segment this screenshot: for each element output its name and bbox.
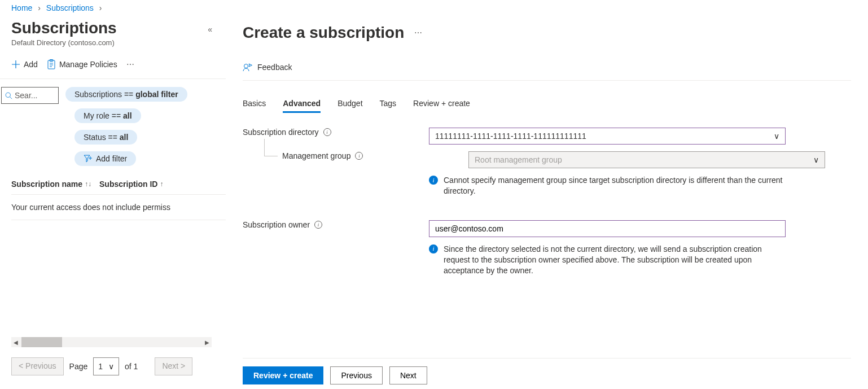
sort-icon: ↑↓ <box>85 180 91 188</box>
subscription-directory-select[interactable]: 11111111-1111-1111-1111-111111111111 ∨ <box>429 128 786 145</box>
pill-value: global filter <box>135 90 178 99</box>
info-blue-icon: i <box>429 176 438 185</box>
pill-prefix: Status == <box>84 133 120 142</box>
empty-state-text: Your current access does not include per… <box>11 195 226 220</box>
add-label: Add <box>24 60 38 69</box>
select-placeholder: Root management group <box>475 155 562 164</box>
column-label: Subscription name <box>11 180 82 189</box>
svg-point-2 <box>6 93 10 97</box>
page-title: Subscriptions <box>11 19 117 37</box>
feedback-label: Feedback <box>257 63 292 72</box>
info-blue-icon: i <box>429 244 438 253</box>
search-placeholder: Sear... <box>15 91 37 100</box>
pill-prefix: Subscriptions == <box>74 90 135 99</box>
tab-review-create[interactable]: Review + create <box>413 95 470 113</box>
management-group-select: Root management group ∨ <box>468 151 825 168</box>
more-icon[interactable]: ⋯ <box>414 28 423 37</box>
chevron-right-icon: › <box>38 3 41 12</box>
next-page-button[interactable]: Next > <box>155 357 192 375</box>
page-value: 1 <box>98 362 103 371</box>
main-title: Create a subscription <box>243 24 404 42</box>
next-button[interactable]: Next <box>389 366 427 384</box>
subscription-owner-input[interactable] <box>429 220 786 237</box>
scroll-thumb[interactable] <box>21 337 62 347</box>
page-label: Page <box>69 362 88 371</box>
review-create-button[interactable]: Review + create <box>243 366 323 384</box>
add-filter-button[interactable]: Add filter <box>74 151 136 166</box>
horizontal-scrollbar[interactable]: ◀ ▶ <box>11 337 212 347</box>
subscription-owner-note: Since the directory selected is not the … <box>444 244 786 276</box>
page-of-label: of 1 <box>125 362 138 371</box>
left-panel: Subscriptions « Default Directory (conto… <box>0 16 226 389</box>
filter-pill-role[interactable]: My role == all <box>74 108 141 123</box>
column-label: Subscription ID <box>99 180 157 189</box>
feedback-icon <box>243 62 253 72</box>
left-toolbar: Add Manage Policies ⋯ <box>11 59 226 69</box>
wizard-footer: Review + create Previous Next <box>243 358 851 384</box>
subscription-owner-label: Subscription owner <box>243 220 310 229</box>
manage-policies-button[interactable]: Manage Policies <box>47 59 117 69</box>
info-icon[interactable]: i <box>314 221 322 229</box>
search-icon <box>5 92 12 99</box>
tab-basics[interactable]: Basics <box>243 95 266 113</box>
select-value: 11111111-1111-1111-1111-111111111111 <box>435 132 586 141</box>
chevron-down-icon: ∨ <box>774 132 779 141</box>
sort-icon: ↑ <box>160 180 163 188</box>
chevron-down-icon: ∨ <box>108 362 114 371</box>
tab-tags[interactable]: Tags <box>380 95 397 113</box>
chevron-right-icon: › <box>99 3 102 12</box>
search-input[interactable]: Sear... <box>1 87 59 104</box>
subscription-directory-label: Subscription directory <box>243 128 319 137</box>
breadcrumb-home[interactable]: Home <box>11 3 32 12</box>
svg-point-3 <box>244 64 248 68</box>
feedback-button[interactable]: Feedback <box>243 62 851 72</box>
manage-policies-label: Manage Policies <box>59 60 117 69</box>
add-button[interactable]: Add <box>11 60 38 69</box>
info-icon[interactable]: i <box>355 152 363 160</box>
pill-prefix: My role == <box>84 111 123 120</box>
info-icon[interactable]: i <box>323 128 331 136</box>
directory-subtitle: Default Directory (contoso.com) <box>11 38 226 47</box>
tab-budget[interactable]: Budget <box>337 95 362 113</box>
page-select[interactable]: 1 ∨ <box>93 357 119 375</box>
breadcrumb: Home › Subscriptions › <box>0 0 868 16</box>
filter-pill-subscriptions[interactable]: Subscriptions == global filter <box>65 87 187 102</box>
chevron-down-icon: ∨ <box>813 155 819 164</box>
management-group-label: Management group <box>282 151 350 160</box>
breadcrumb-subscriptions[interactable]: Subscriptions <box>46 3 94 12</box>
filter-pill-status[interactable]: Status == all <box>74 130 137 145</box>
previous-button[interactable]: Previous <box>330 366 382 384</box>
collapse-icon[interactable]: « <box>208 25 212 34</box>
clipboard-icon <box>47 59 56 69</box>
column-subscription-name[interactable]: Subscription name ↑↓ <box>11 180 91 189</box>
management-group-note: Cannot specify management group since ta… <box>444 175 786 196</box>
filter-add-icon <box>84 155 93 163</box>
scroll-right-icon[interactable]: ▶ <box>203 339 212 346</box>
tabs: Basics Advanced Budget Tags Review + cre… <box>243 95 851 113</box>
add-filter-label: Add filter <box>96 154 127 163</box>
main-panel: Create a subscription ⋯ Feedback Basics … <box>226 16 868 389</box>
pill-value: all <box>123 111 132 120</box>
tab-advanced[interactable]: Advanced <box>283 95 321 113</box>
more-icon[interactable]: ⋯ <box>126 60 135 69</box>
scroll-left-icon[interactable]: ◀ <box>11 339 20 346</box>
plus-icon <box>11 60 20 69</box>
pager: < Previous Page 1 ∨ of 1 Next > <box>11 357 192 375</box>
previous-page-button[interactable]: < Previous <box>11 357 64 375</box>
column-subscription-id[interactable]: Subscription ID ↑ <box>99 180 163 189</box>
pill-value: all <box>120 133 129 142</box>
